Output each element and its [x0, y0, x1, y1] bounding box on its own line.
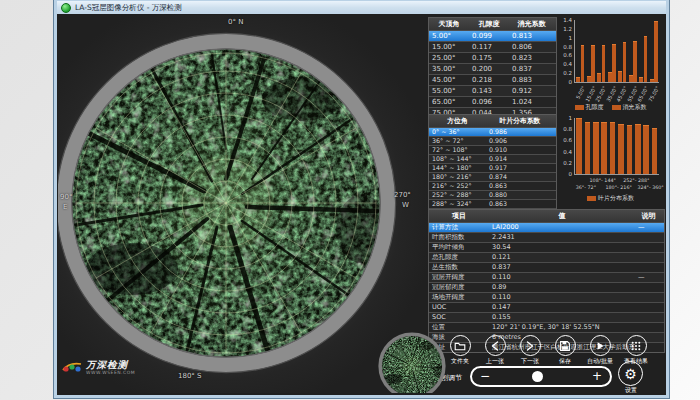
table-header-row: 天顶角孔隙度消光系数 [429, 18, 556, 31]
slider-minus-button[interactable]: − [480, 369, 490, 384]
auto-batch-button[interactable]: 自动/批量 [582, 335, 618, 366]
bar [581, 45, 585, 82]
bar [629, 75, 633, 82]
x-axis-tick-label: 180°- 216° [604, 185, 634, 190]
fisheye-image[interactable] [58, 29, 400, 377]
table-row[interactable]: 65.00°0.0961.024 [429, 97, 556, 108]
next-button[interactable]: 下一张 [512, 335, 548, 366]
folder-button[interactable]: 文件夹 [442, 335, 478, 366]
table-cell: 180° ~ 216° [429, 173, 486, 181]
y-axis-tick-label: 1 [558, 115, 572, 121]
titlebar[interactable]: LA-S冠层图像分析仪 - 万深检测 [57, 1, 666, 14]
table-row[interactable]: 叶面积指数2.2431 [429, 233, 664, 243]
bar [623, 42, 627, 82]
table-cell: 冠层郁闭度 [429, 283, 489, 292]
table-row[interactable]: 0° ~ 36°0.986 [429, 128, 556, 137]
slider-thumb[interactable] [532, 371, 543, 382]
table-cell: 0.200 [469, 64, 509, 74]
table-row[interactable]: 位置120° 21' 0.19"E, 30° 18' 52.55"N [429, 323, 664, 333]
table-row[interactable]: 场地开阔度0.110 [429, 293, 664, 303]
table-row[interactable]: 25.00°0.1750.823 [429, 53, 556, 64]
tool-button-label: 文件夹 [442, 357, 478, 366]
desktop: LA-S冠层图像分析仪 - 万深检测 [0, 0, 700, 400]
table-cell: 平均叶倾角 [429, 243, 489, 252]
x-axis-tick-label: 108°- 144° [588, 178, 618, 183]
save-button[interactable]: 保存 [547, 335, 583, 366]
legend-item: 消光系数 [612, 103, 647, 112]
thumbnail-preview[interactable] [378, 332, 446, 393]
leaf-distribution-chart: 00.20.40.60.81叶片分布系数108°- 144°252°- 288°… [558, 114, 663, 207]
table-cell: 场地开阔度 [429, 293, 489, 302]
app-icon [61, 3, 71, 13]
table-header-row: 方位角叶片分布系数 [429, 115, 556, 128]
table-cell [635, 263, 662, 272]
bar [608, 72, 612, 82]
table-cell: UOC [429, 303, 489, 312]
table-cell: 0.155 [489, 313, 635, 322]
table-row[interactable]: 72° ~ 108°0.910 [429, 146, 556, 155]
table-cell: 25.00° [429, 53, 469, 63]
table-cell: 72° ~ 108° [429, 146, 486, 154]
settings-button[interactable]: ⚙ [618, 361, 643, 386]
table-row[interactable]: 108° ~ 144°0.914 [429, 155, 556, 164]
table-cell [635, 323, 662, 332]
y-axis-tick-label: 0.6 [558, 137, 572, 143]
table-row[interactable]: 288° ~ 324°0.863 [429, 200, 556, 209]
chart-plot-area [574, 118, 659, 175]
table-row[interactable]: 平均叶倾角30.54 [429, 243, 664, 253]
table-row[interactable]: 总孔隙度0.121 [429, 253, 664, 263]
y-axis-tick-label: 0 [558, 79, 572, 85]
table-row[interactable]: 冠层开阔度0.110— [429, 273, 664, 283]
table-row[interactable]: 冠层郁闭度0.89 [429, 283, 664, 293]
legend-swatch [587, 196, 596, 201]
table-cell: 0.874 [486, 173, 554, 181]
slider-plus-button[interactable]: + [592, 369, 602, 384]
table-cell: 0.883 [509, 75, 554, 85]
bar [635, 124, 641, 174]
y-axis-tick-label: 1.4 [558, 17, 572, 23]
grid-icon [626, 335, 647, 356]
table-cell: 0.823 [509, 53, 554, 63]
split-adjust-slider[interactable]: − + [470, 366, 612, 387]
bar [591, 45, 595, 82]
table-cell [635, 283, 662, 292]
table-cell [635, 233, 662, 242]
table-row[interactable]: 144° ~ 180°0.917 [429, 164, 556, 173]
x-axis-tick-label: 36°- 72° [571, 185, 601, 190]
table-row[interactable]: 216° ~ 252°0.863 [429, 182, 556, 191]
tool-button-label: 自动/批量 [582, 357, 618, 366]
table-cell: 0.121 [489, 253, 635, 262]
legend-label: 消光系数 [623, 103, 647, 112]
prev-button[interactable]: 上一张 [477, 335, 513, 366]
table-row[interactable]: SOC0.155 [429, 313, 664, 323]
column-header: 方位角 [429, 115, 486, 127]
column-header: 说明 [635, 210, 662, 222]
column-header: 消光系数 [509, 18, 554, 30]
table-row[interactable]: 计算方法LAI2000— [429, 223, 664, 233]
chart-legend: 叶片分布系数 [558, 194, 663, 203]
compass-south-label: 180° S [178, 372, 202, 380]
bar [618, 124, 624, 174]
table-row[interactable]: 180° ~ 216°0.874 [429, 173, 556, 182]
bar [618, 71, 622, 82]
compass-west-label: W [402, 201, 409, 209]
azimuth-angle-table: 方位角叶片分布系数0° ~ 36°0.98636° ~ 72°0.90672° … [428, 114, 557, 218]
table-row[interactable]: 35.00°0.2000.837 [429, 64, 556, 75]
wseen-logo: 万深检测 WWW.WSEEN.COM [61, 358, 135, 376]
table-row[interactable]: UOC0.147 [429, 303, 664, 313]
y-axis-tick-label: 0.4 [558, 149, 572, 155]
table-row[interactable]: 丛生指数0.837 [429, 263, 664, 273]
table-row[interactable]: 5.00°0.0990.813 [429, 31, 556, 42]
table-cell: 288° ~ 324° [429, 200, 486, 208]
table-cell [635, 313, 662, 322]
table-cell: 冠层开阔度 [429, 273, 489, 282]
table-row[interactable]: 36° ~ 72°0.906 [429, 137, 556, 146]
table-row[interactable]: 55.00°0.1430.912 [429, 86, 556, 97]
table-cell: 0.110 [489, 273, 635, 282]
y-axis-tick-label: 0.2 [558, 70, 572, 76]
table-row[interactable]: 252° ~ 288°0.880 [429, 191, 556, 200]
table-cell: 0.813 [509, 31, 554, 41]
table-cell: 计算方法 [429, 223, 489, 232]
table-row[interactable]: 45.00°0.2180.883 [429, 75, 556, 86]
table-row[interactable]: 15.00°0.1170.806 [429, 42, 556, 53]
